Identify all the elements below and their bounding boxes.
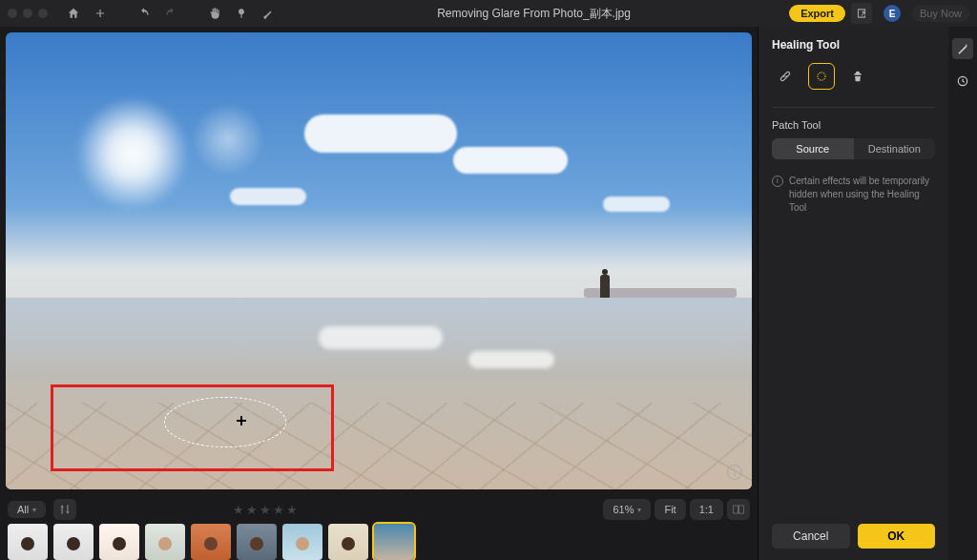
star-icon[interactable]: ★ bbox=[286, 503, 298, 517]
canvas[interactable]: i bbox=[6, 32, 752, 489]
thumbnail[interactable] bbox=[237, 524, 277, 560]
fit-button[interactable]: Fit bbox=[655, 499, 685, 520]
ok-button[interactable]: OK bbox=[858, 524, 936, 549]
compare-view-icon[interactable] bbox=[727, 499, 750, 520]
patch-mode-segment: Source Destination bbox=[772, 138, 935, 159]
redo-icon[interactable] bbox=[160, 3, 181, 24]
svg-point-7 bbox=[818, 73, 825, 80]
buy-now-button[interactable]: Buy Now bbox=[912, 5, 969, 22]
vertical-tool-tabs bbox=[948, 27, 977, 560]
healing-tool-mode-row bbox=[772, 63, 935, 90]
add-icon[interactable] bbox=[90, 3, 111, 24]
cloud bbox=[453, 147, 568, 174]
patch-selection-marquee[interactable] bbox=[164, 397, 286, 447]
thumbnail[interactable] bbox=[191, 524, 231, 560]
history-tab-icon[interactable] bbox=[952, 71, 973, 92]
undo-icon[interactable] bbox=[134, 3, 155, 24]
document-title: Removing Glare From Photo_副本.jpg bbox=[284, 6, 783, 22]
chevron-down-icon: ▾ bbox=[32, 506, 36, 514]
cloud bbox=[304, 114, 457, 153]
thumbnail[interactable] bbox=[8, 524, 48, 560]
tree-tool-icon[interactable] bbox=[231, 3, 252, 24]
bottom-bar: All ▾ ★ ★ ★ ★ ★ 61% ▾ bbox=[0, 495, 758, 560]
profile-avatar[interactable]: E bbox=[883, 5, 901, 22]
filter-dropdown[interactable]: All ▾ bbox=[8, 501, 46, 518]
sun-glare bbox=[66, 87, 199, 220]
zoom-dropdown[interactable]: 61% ▾ bbox=[603, 499, 651, 520]
sidebar-footer: Cancel OK bbox=[772, 512, 935, 549]
maximize-window-icon[interactable] bbox=[38, 9, 48, 18]
star-icon[interactable]: ★ bbox=[233, 503, 244, 517]
cancel-button[interactable]: Cancel bbox=[772, 524, 850, 549]
svg-rect-1 bbox=[240, 14, 241, 18]
adjust-tab-icon[interactable] bbox=[952, 38, 973, 59]
right-sidebar: Healing Tool Patch Tool Source Destinati… bbox=[758, 27, 948, 560]
thumbnail[interactable] bbox=[99, 524, 139, 560]
healing-note-text: Certain effects will be temporarily hidd… bbox=[789, 175, 935, 215]
hand-tool-icon[interactable] bbox=[204, 3, 225, 24]
patch-tool-label: Patch Tool bbox=[772, 119, 935, 131]
info-icon: i bbox=[772, 176, 783, 187]
cloud bbox=[603, 197, 670, 212]
zoom-value: 61% bbox=[613, 504, 634, 515]
star-icon[interactable]: ★ bbox=[260, 503, 271, 517]
thumbnail-selected[interactable] bbox=[374, 524, 414, 560]
window-controls[interactable] bbox=[8, 9, 48, 18]
star-icon[interactable]: ★ bbox=[246, 503, 258, 517]
chevron-down-icon: ▾ bbox=[637, 506, 641, 514]
close-window-icon[interactable] bbox=[8, 9, 17, 18]
home-icon[interactable] bbox=[63, 3, 84, 24]
thumbnail[interactable] bbox=[53, 524, 94, 560]
svg-rect-2 bbox=[734, 506, 738, 513]
cloud bbox=[230, 188, 306, 205]
export-button[interactable]: Export bbox=[789, 5, 845, 22]
top-toolbar: Removing Glare From Photo_副本.jpg Export … bbox=[0, 0, 977, 27]
rating-stars[interactable]: ★ ★ ★ ★ ★ bbox=[233, 503, 298, 517]
segment-source[interactable]: Source bbox=[772, 138, 854, 159]
thumbnail-strip bbox=[8, 524, 750, 560]
thumbnail[interactable] bbox=[328, 524, 368, 560]
healing-note: i Certain effects will be temporarily hi… bbox=[772, 175, 935, 215]
divider bbox=[772, 107, 935, 108]
highlight-annotation-box bbox=[51, 384, 334, 471]
svg-point-5 bbox=[784, 76, 785, 77]
bandage-tool-icon[interactable] bbox=[772, 63, 799, 90]
sidebar-title: Healing Tool bbox=[772, 38, 935, 52]
actual-size-button[interactable]: 1:1 bbox=[690, 499, 723, 520]
svg-rect-3 bbox=[739, 506, 744, 513]
minimize-window-icon[interactable] bbox=[23, 9, 32, 18]
filter-label: All bbox=[17, 504, 29, 515]
crosshair-cursor-icon bbox=[237, 416, 246, 425]
patch-tool-icon[interactable] bbox=[808, 63, 835, 90]
brush-tool-icon[interactable] bbox=[258, 3, 279, 24]
svg-point-0 bbox=[239, 9, 244, 14]
svg-point-6 bbox=[786, 76, 787, 77]
svg-rect-4 bbox=[780, 72, 791, 82]
star-icon[interactable]: ★ bbox=[273, 503, 284, 517]
sort-toggle-icon[interactable] bbox=[53, 499, 76, 520]
segment-destination[interactable]: Destination bbox=[854, 138, 936, 159]
clone-stamp-icon[interactable] bbox=[844, 63, 871, 90]
info-icon[interactable]: i bbox=[727, 465, 742, 480]
share-icon[interactable] bbox=[851, 3, 872, 24]
thumbnail[interactable] bbox=[145, 524, 185, 560]
lens-flare bbox=[185, 96, 271, 182]
thumbnail[interactable] bbox=[282, 524, 322, 560]
